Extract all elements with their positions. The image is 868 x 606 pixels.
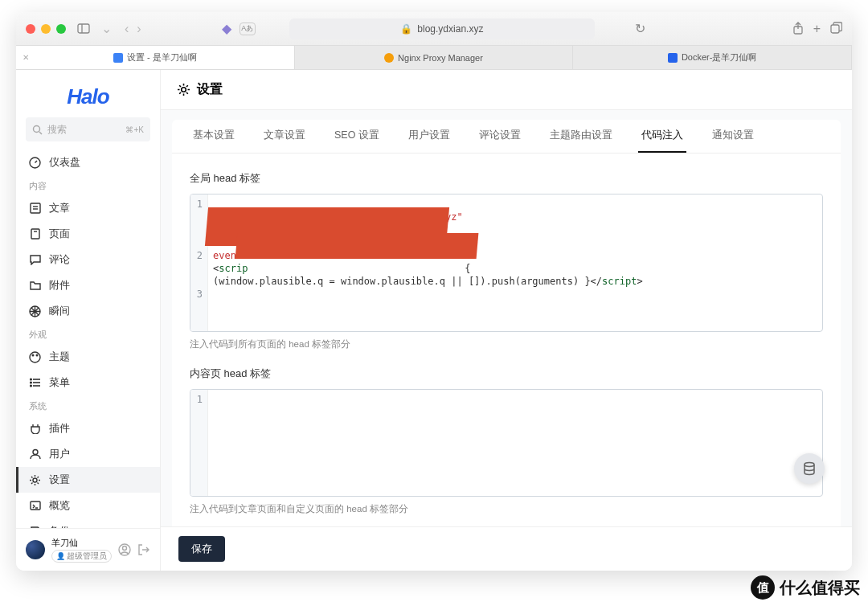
form-panel: 全局 head 标签 123 <script defer data-domain… <box>172 154 841 526</box>
close-window-button[interactable] <box>26 24 35 34</box>
svg-point-20 <box>30 382 31 383</box>
svg-rect-10 <box>31 229 39 239</box>
lock-icon: 🔒 <box>400 23 412 35</box>
svg-point-19 <box>30 379 31 380</box>
svg-point-4 <box>34 125 40 132</box>
user-name: 羊刀仙 <box>51 537 112 549</box>
nav-attachments[interactable]: 附件 <box>16 272 160 298</box>
logout-icon[interactable] <box>137 543 150 556</box>
browser-tab-1[interactable]: Nginx Proxy Manager <box>295 46 574 69</box>
svg-point-22 <box>33 450 38 455</box>
close-tab-icon[interactable]: ✕ <box>23 53 29 62</box>
nav-group-system: 系统 <box>16 395 160 416</box>
svg-point-15 <box>36 354 38 356</box>
svg-point-23 <box>33 478 37 482</box>
browser-tabs-row: ✕ 设置 - 是羊刀仙啊 Nginx Proxy Manager Docker-… <box>16 46 852 70</box>
profile-icon[interactable] <box>118 543 131 556</box>
svg-rect-0 <box>78 24 89 33</box>
nav-dashboard[interactable]: 仪表盘 <box>16 149 160 175</box>
watermark-text: 什么值得买 <box>780 577 860 599</box>
svg-point-33 <box>805 463 814 467</box>
tab-notify[interactable]: 通知设置 <box>709 120 757 153</box>
nav-users[interactable]: 用户 <box>16 441 160 467</box>
global-head-label: 全局 head 标签 <box>190 171 823 186</box>
nav-plugins[interactable]: 插件 <box>16 416 160 441</box>
nav-group-appearance: 外观 <box>16 324 160 344</box>
tab-post[interactable]: 文章设置 <box>260 120 309 153</box>
tab-comment[interactable]: 评论设置 <box>476 120 524 153</box>
user-icon <box>29 448 41 461</box>
nav-overview[interactable]: 概览 <box>16 493 160 518</box>
watermark-badge-icon: 值 <box>751 575 775 600</box>
sidebar-toggle-icon[interactable] <box>74 22 93 36</box>
nav-settings[interactable]: 设置 <box>16 467 160 493</box>
global-head-editor[interactable]: 123 <script defer data-domain="blog.ydxi… <box>190 194 823 332</box>
nav-posts[interactable]: 文章 <box>16 195 160 221</box>
forward-button[interactable]: › <box>137 22 141 36</box>
nav-comments[interactable]: 评论 <box>16 247 160 272</box>
svg-point-14 <box>32 354 34 356</box>
save-icon <box>29 526 41 529</box>
content-head-help: 注入代码到文章页面和自定义页面的 head 标签部分 <box>190 503 823 515</box>
comment-icon <box>29 254 41 266</box>
page-icon <box>29 228 41 240</box>
global-head-help: 注入代码到所有页面的 head 标签部分 <box>190 338 823 350</box>
nav-moments[interactable]: 瞬间 <box>16 298 160 324</box>
favicon-icon <box>668 53 678 63</box>
watermark: 值 什么值得买 <box>751 575 860 600</box>
line-gutter: 123 <box>190 194 208 331</box>
address-bar-wrap: 🔒 blog.ydxian.xyz <box>264 18 620 39</box>
tab-route[interactable]: 主题路由设置 <box>547 120 616 153</box>
nav-arrows: ‹ › <box>125 22 141 36</box>
nav-themes[interactable]: 主题 <box>16 344 160 370</box>
post-icon <box>29 203 41 215</box>
minimize-window-button[interactable] <box>41 24 51 34</box>
footer-bar: 保存 <box>161 526 852 571</box>
page-header: 设置 <box>161 70 852 110</box>
favicon-icon <box>113 53 123 63</box>
browser-tab-2[interactable]: Docker-是羊刀仙啊 <box>573 46 852 69</box>
nav-menus[interactable]: 菜单 <box>16 370 160 395</box>
svg-rect-7 <box>31 203 40 213</box>
text-size-icon[interactable]: Aあ <box>240 23 256 35</box>
terminal-icon <box>29 500 41 512</box>
tab-seo[interactable]: SEO 设置 <box>331 120 383 153</box>
code-body <box>208 390 822 496</box>
address-bar[interactable]: 🔒 blog.ydxian.xyz <box>289 18 595 39</box>
nav-backup[interactable]: 备份 <box>16 518 160 528</box>
maximize-window-button[interactable] <box>56 24 66 34</box>
nav-pages[interactable]: 页面 <box>16 221 160 247</box>
nav-group-content: 内容 <box>16 175 160 195</box>
browser-tab-0[interactable]: ✕ 设置 - 是羊刀仙啊 <box>16 46 295 69</box>
favicon-icon <box>384 53 394 63</box>
titlebar: ⌄ ‹ › ◆ Aあ 🔒 blog.ydxian.xyz ↻ + <box>16 12 852 46</box>
app-shell: Halo 搜索 ⌘+K 仪表盘 内容 文章 页面 评论 附件 瞬间 外观 主题 … <box>16 70 852 571</box>
tabs-overview-icon[interactable] <box>830 22 842 36</box>
sidebar-footer: 羊刀仙 👤超级管理员 <box>16 528 160 571</box>
code-body: <script defer data-domain="blog.ydxian.x… <box>208 194 822 331</box>
svg-point-31 <box>123 547 127 551</box>
search-icon <box>32 125 43 135</box>
new-tab-icon[interactable]: + <box>813 22 821 36</box>
tab-user[interactable]: 用户设置 <box>405 120 453 153</box>
tab-code-injection[interactable]: 代码注入 <box>638 120 686 153</box>
sidebar: Halo 搜索 ⌘+K 仪表盘 内容 文章 页面 评论 附件 瞬间 外观 主题 … <box>16 70 161 571</box>
logo[interactable]: Halo <box>16 70 160 117</box>
search-input[interactable]: 搜索 ⌘+K <box>26 117 150 141</box>
reload-button[interactable]: ↻ <box>628 21 651 36</box>
avatar[interactable] <box>26 540 45 559</box>
content-head-editor[interactable]: 1 <box>190 389 823 497</box>
plug-icon <box>29 423 41 435</box>
back-button[interactable]: ‹ <box>125 22 129 36</box>
gear-icon <box>177 83 190 96</box>
content-head-label: 内容页 head 标签 <box>190 366 823 381</box>
save-button[interactable]: 保存 <box>178 536 225 562</box>
svg-line-5 <box>39 132 42 134</box>
address-text: blog.ydxian.xyz <box>417 23 483 35</box>
database-fab[interactable] <box>794 453 825 484</box>
ethereum-icon[interactable]: ◆ <box>222 21 231 36</box>
share-icon[interactable] <box>792 22 804 36</box>
tab-basic[interactable]: 基本设置 <box>190 120 238 153</box>
browser-window: ⌄ ‹ › ◆ Aあ 🔒 blog.ydxian.xyz ↻ + ✕ 设置 - … <box>16 12 852 571</box>
redacted-region <box>235 233 479 259</box>
